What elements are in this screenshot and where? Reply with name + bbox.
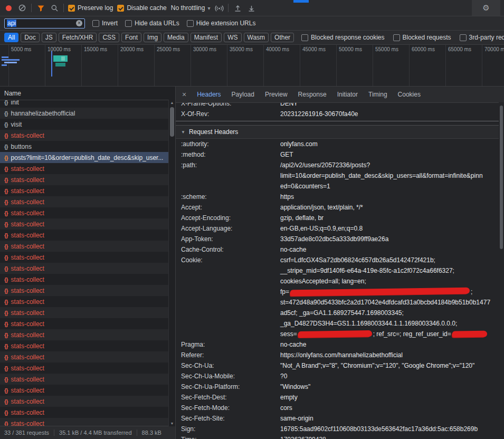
request-row-stats-collect[interactable]: {}stats-collect — [0, 374, 175, 385]
clear-button[interactable] — [17, 3, 27, 13]
request-row-stats-collect[interactable]: {}stats-collect — [0, 396, 175, 407]
type-filter-all[interactable]: All — [4, 33, 18, 42]
invert-checkbox[interactable]: Invert — [92, 20, 118, 27]
blocked-response-cookies-checkbox[interactable]: Blocked response cookies — [301, 34, 384, 41]
request-row-stats-collect[interactable]: {}stats-collect — [0, 174, 175, 185]
request-row-stats-collect[interactable]: {}stats-collect — [0, 207, 175, 218]
blocked-requests-checkbox[interactable]: Blocked requests — [393, 34, 451, 41]
script-file-icon: {} — [4, 343, 8, 349]
tab-response[interactable]: Response — [293, 87, 332, 102]
network-conditions-button[interactable] — [214, 3, 224, 13]
type-filter-css[interactable]: CSS — [99, 33, 119, 42]
section-title: Request Headers — [189, 128, 238, 136]
request-row-stats-collect[interactable]: {}stats-collect — [0, 241, 175, 252]
redaction-scribble — [452, 331, 487, 338]
scroll-down-icon[interactable]: ▼ — [169, 422, 175, 425]
tab-headers[interactable]: Headers — [192, 87, 226, 102]
import-har-button[interactable] — [233, 3, 242, 13]
request-row-stats-collect[interactable]: {}stats-collect — [0, 130, 175, 141]
request-headers-section-header[interactable]: ▼Request Headers — [176, 125, 504, 139]
request-list-scrollbar[interactable]: ▲ ▼ — [168, 100, 175, 426]
request-row-stats-collect[interactable]: {}stats-collect — [0, 230, 175, 241]
3rd-party-requests-checkbox[interactable]: 3rd-party requests — [460, 34, 504, 41]
type-filter-img[interactable]: Img — [144, 33, 161, 42]
request-name: stats-collect — [11, 287, 44, 294]
type-filter-other[interactable]: Other — [271, 33, 294, 42]
record-button[interactable] — [4, 3, 13, 13]
type-filter-manifest[interactable]: Manifest — [191, 33, 222, 42]
header-name: Accept-Encoding: — [181, 213, 280, 223]
tab-preview[interactable]: Preview — [260, 87, 293, 102]
filter-toggle-button[interactable] — [36, 3, 45, 13]
request-row-stats-collect[interactable]: {}stats-collect — [0, 418, 175, 426]
type-filter-js[interactable]: JS — [42, 33, 56, 42]
request-row-stats-collect[interactable]: {}stats-collect — [0, 296, 175, 307]
request-row-stats-collect[interactable]: {}stats-collect — [0, 252, 175, 263]
redaction-scribble — [290, 288, 470, 297]
request-name: stats-collect — [11, 420, 44, 426]
settings-gear-icon[interactable]: ⚙ — [482, 3, 489, 13]
type-filter-ws[interactable]: WS — [224, 33, 241, 42]
type-filter-wasm[interactable]: Wasm — [244, 33, 269, 42]
preserve-log-checkbox[interactable]: Preserve log — [68, 4, 113, 12]
search-button[interactable] — [50, 3, 59, 13]
header-name: :scheme: — [181, 192, 280, 202]
request-row-stats-collect[interactable]: {}stats-collect — [0, 340, 175, 351]
hide-extension-urls-checkbox[interactable]: Hide extension URLs — [187, 20, 256, 27]
status-bar: 33 / 381 requests 35.1 kB / 4.4 MB trans… — [0, 426, 175, 439]
request-row-visit[interactable]: {}visit — [0, 119, 175, 130]
request-row-stats-collect[interactable]: {}stats-collect — [0, 185, 175, 196]
request-row-stats-collect[interactable]: {}stats-collect — [0, 362, 175, 374]
scrollbar-thumb[interactable] — [500, 106, 503, 249]
request-row-stats-collect[interactable]: {}stats-collect — [0, 351, 175, 362]
tab-initiator[interactable]: Initiator — [332, 87, 363, 102]
scrollbar-thumb[interactable] — [170, 107, 174, 137]
checkbox-label: Preserve log — [78, 4, 113, 12]
request-row-stats-collect[interactable]: {}stats-collect — [0, 285, 175, 296]
hide-data-urls-checkbox[interactable]: Hide data URLs — [125, 20, 179, 27]
clear-filter-icon[interactable]: × — [76, 20, 82, 26]
request-name: stats-collect — [11, 232, 44, 239]
request-row-stats-collect[interactable]: {}stats-collect — [0, 196, 175, 207]
waterfall-overview[interactable]: 5000 ms10000 ms15000 ms20000 ms25000 ms3… — [0, 45, 504, 87]
script-file-icon: {} — [4, 354, 8, 360]
request-row-hannahelizabethofficial[interactable]: {}hannahelizabethofficial — [0, 108, 175, 119]
filter-input[interactable]: api × — [4, 18, 85, 28]
header-value: 202312261916-30670fa40e — [280, 109, 496, 119]
request-row-stats-collect[interactable]: {}stats-collect — [0, 385, 175, 396]
request-row-stats-collect[interactable]: {}stats-collect — [0, 407, 175, 418]
close-details-icon[interactable]: × — [176, 90, 192, 99]
request-row-stats-collect[interactable]: {}stats-collect — [0, 218, 175, 230]
request-row-stats-collect[interactable]: {}stats-collect — [0, 274, 175, 285]
request-row-stats-collect[interactable]: {}stats-collect — [0, 318, 175, 329]
request-row-init[interactable]: {}init — [0, 100, 175, 108]
export-har-button[interactable] — [246, 3, 256, 13]
request-row-buttons[interactable]: {}buttons — [0, 141, 175, 152]
type-filter-fetch-xhr[interactable]: Fetch/XHR — [59, 33, 97, 42]
header-value: "Windows" — [280, 381, 496, 392]
request-row-stats-collect[interactable]: {}stats-collect — [0, 329, 175, 340]
type-filter-font[interactable]: Font — [121, 33, 141, 42]
tab-cookies[interactable]: Cookies — [393, 87, 426, 102]
header-value: https — [280, 192, 496, 202]
type-filter-media[interactable]: Media — [164, 33, 188, 42]
disable-cache-checkbox[interactable]: Disable cache — [117, 4, 166, 12]
waterfall-bar — [2, 59, 20, 61]
request-row-stats-collect[interactable]: {}stats-collect — [0, 263, 175, 274]
tab-payload[interactable]: Payload — [226, 87, 260, 102]
scroll-up-icon[interactable]: ▲ — [169, 101, 175, 104]
name-column-header[interactable]: Name — [0, 87, 175, 100]
request-row-posts-limit-10-order-publish-date-desc-s[interactable]: {}posts?limit=10&order=publish_date_desc… — [0, 152, 175, 163]
request-name: stats-collect — [11, 331, 44, 339]
request-row-stats-collect[interactable]: {}stats-collect — [0, 307, 175, 318]
headers-pane: X-Frame-Options:DENYX-Of-Rev:20231226191… — [176, 103, 504, 439]
header-value: GET — [280, 149, 496, 160]
throttling-select[interactable]: No throttling ▾ — [171, 4, 211, 12]
type-filter-doc[interactable]: Doc — [21, 33, 39, 42]
details-scrollbar[interactable] — [499, 102, 504, 439]
header-value: DENY — [280, 103, 496, 109]
request-row-stats-collect[interactable]: {}stats-collect — [0, 163, 175, 174]
overview-tick: 15000 ms — [81, 45, 118, 86]
tab-timing[interactable]: Timing — [363, 87, 393, 102]
network-toolbar: Preserve log Disable cache No throttling… — [0, 0, 504, 16]
